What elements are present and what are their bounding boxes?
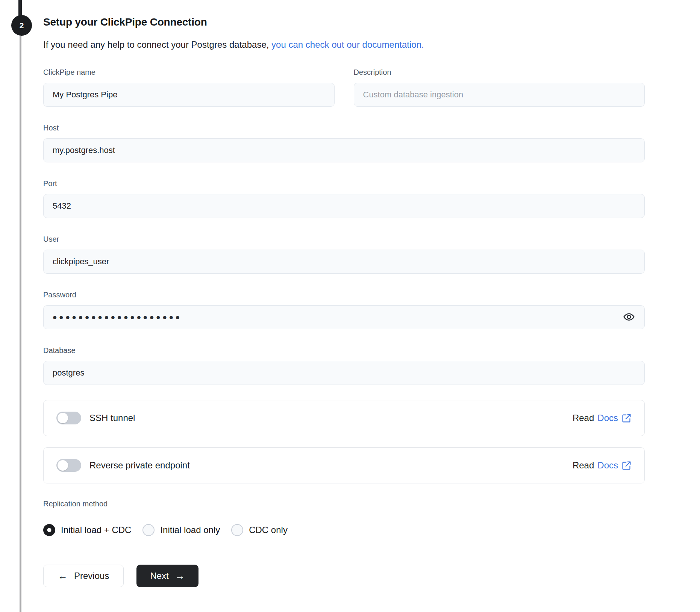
radio-option-initial-load-cdc[interactable]: Initial load + CDC — [43, 524, 131, 536]
reverse-private-endpoint-read-docs: Read Docs — [573, 460, 632, 471]
replication-method-label: Replication method — [43, 499, 645, 508]
host-group: Host — [43, 123, 645, 162]
port-input[interactable] — [43, 194, 645, 218]
external-link-icon[interactable] — [621, 413, 632, 423]
step-rail-bottom-line — [20, 36, 21, 612]
description-label: Description — [354, 68, 645, 77]
previous-button-label: Previous — [74, 571, 109, 581]
ssh-tunnel-label: SSH tunnel — [89, 413, 135, 423]
toggle-password-visibility-button[interactable] — [621, 310, 636, 325]
description-group: Description — [354, 68, 645, 107]
radio-option-cdc-only[interactable]: CDC only — [231, 524, 288, 536]
external-link-icon[interactable] — [621, 461, 632, 471]
user-label: User — [43, 235, 645, 244]
read-text: Read — [573, 413, 594, 423]
step-rail-top-line — [18, 0, 22, 17]
port-label: Port — [43, 179, 645, 188]
help-text: If you need any help to connect your Pos… — [43, 38, 645, 51]
host-label: Host — [43, 123, 645, 132]
clickpipe-name-group: ClickPipe name — [43, 68, 335, 107]
toggle-knob — [58, 413, 68, 423]
radio-button-selected[interactable] — [43, 524, 55, 536]
form-navigation: ← Previous Next → — [43, 565, 645, 587]
database-input[interactable] — [43, 361, 645, 385]
next-button[interactable]: Next → — [136, 565, 198, 587]
database-group: Database — [43, 346, 645, 385]
step-number: 2 — [20, 21, 24, 30]
step-number-badge: 2 — [11, 15, 32, 36]
reverse-private-endpoint-toggle[interactable] — [56, 459, 81, 472]
read-text: Read — [573, 460, 594, 471]
reverse-private-endpoint-label: Reverse private endpoint — [89, 460, 190, 471]
ssh-tunnel-read-docs: Read Docs — [573, 413, 632, 423]
radio-button[interactable] — [142, 524, 155, 536]
password-input[interactable] — [43, 305, 645, 329]
radio-option-initial-load-only[interactable]: Initial load only — [142, 524, 220, 536]
toggle-knob — [58, 460, 68, 471]
eye-icon — [623, 311, 635, 324]
reverse-private-endpoint-row: Reverse private endpoint Read Docs — [43, 447, 645, 483]
description-input[interactable] — [354, 83, 645, 107]
page-title: Setup your ClickPipe Connection — [43, 16, 645, 29]
password-group: Password — [43, 290, 645, 329]
radio-label: Initial load only — [160, 525, 220, 535]
radio-button[interactable] — [231, 524, 243, 536]
password-label: Password — [43, 290, 645, 299]
clickpipe-name-label: ClickPipe name — [43, 68, 335, 77]
radio-label: CDC only — [249, 525, 288, 535]
arrow-right-icon: → — [175, 571, 185, 581]
replication-method-options: Initial load + CDC Initial load only CDC… — [43, 524, 645, 536]
port-group: Port — [43, 179, 645, 218]
help-text-plain: If you need any help to connect your Pos… — [43, 39, 269, 50]
user-input[interactable] — [43, 250, 645, 274]
user-group: User — [43, 235, 645, 274]
clickpipe-name-input[interactable] — [43, 83, 335, 107]
arrow-left-icon: ← — [58, 571, 68, 581]
clickpipe-setup-panel: Setup your ClickPipe Connection If you n… — [43, 0, 645, 587]
reverse-private-endpoint-docs-link[interactable]: Docs — [597, 460, 618, 471]
host-input[interactable] — [43, 138, 645, 162]
ssh-tunnel-row: SSH tunnel Read Docs — [43, 400, 645, 436]
ssh-tunnel-toggle[interactable] — [56, 412, 81, 424]
ssh-tunnel-docs-link[interactable]: Docs — [597, 413, 618, 423]
next-button-label: Next — [150, 571, 168, 581]
connection-form: ClickPipe name Description Host Port Use… — [43, 68, 645, 587]
documentation-link[interactable]: you can check out our documentation. — [271, 39, 424, 50]
database-label: Database — [43, 346, 645, 355]
radio-dot — [47, 528, 52, 532]
previous-button[interactable]: ← Previous — [43, 565, 124, 587]
radio-label: Initial load + CDC — [61, 525, 131, 535]
